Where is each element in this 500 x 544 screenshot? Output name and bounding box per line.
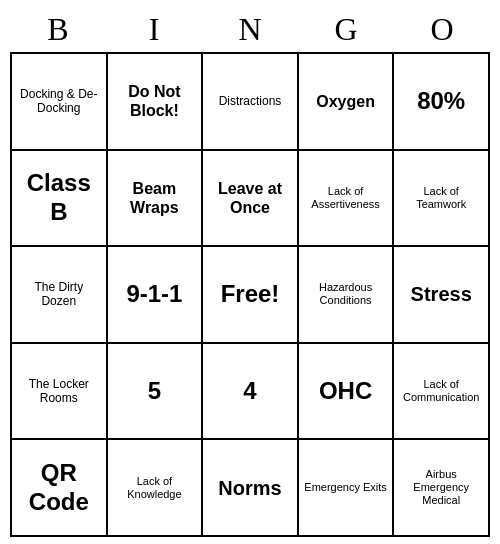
bingo-grid: Docking & De-DockingDo Not Block!Distrac… [10,52,490,537]
header-letter-O: O [398,11,486,48]
bingo-cell-21: Lack of Knowledge [108,440,204,537]
cell-text-17: 4 [207,377,293,406]
bingo-cell-18: OHC [299,344,395,441]
header-letter-N: N [206,11,294,48]
bingo-cell-6: Beam Wraps [108,151,204,248]
cell-text-16: 5 [112,377,198,406]
bingo-cell-12: Free! [203,247,299,344]
cell-text-12: Free! [207,280,293,309]
bingo-cell-2: Distractions [203,54,299,151]
bingo-cell-19: Lack of Communication [394,344,490,441]
bingo-cell-1: Do Not Block! [108,54,204,151]
cell-text-1: Do Not Block! [112,82,198,120]
cell-text-5: Class B [16,169,102,227]
bingo-cell-4: 80% [394,54,490,151]
header-letter-I: I [110,11,198,48]
cell-text-7: Leave at Once [207,179,293,217]
cell-text-9: Lack of Teamwork [398,185,484,211]
bingo-cell-22: Norms [203,440,299,537]
cell-text-4: 80% [398,87,484,116]
bingo-cell-16: 5 [108,344,204,441]
bingo-cell-5: Class B [12,151,108,248]
bingo-cell-11: 9-1-1 [108,247,204,344]
cell-text-8: Lack of Assertiveness [303,185,389,211]
bingo-cell-8: Lack of Assertiveness [299,151,395,248]
bingo-cell-0: Docking & De-Docking [12,54,108,151]
cell-text-20: QR Code [16,459,102,517]
bingo-cell-20: QR Code [12,440,108,537]
bingo-cell-14: Stress [394,247,490,344]
cell-text-2: Distractions [207,94,293,108]
bingo-cell-3: Oxygen [299,54,395,151]
bingo-cell-24: Airbus Emergency Medical [394,440,490,537]
cell-text-22: Norms [207,476,293,500]
cell-text-6: Beam Wraps [112,179,198,217]
cell-text-18: OHC [303,377,389,406]
cell-text-11: 9-1-1 [112,280,198,309]
bingo-cell-17: 4 [203,344,299,441]
bingo-cell-15: The Locker Rooms [12,344,108,441]
cell-text-19: Lack of Communication [398,378,484,404]
cell-text-24: Airbus Emergency Medical [398,468,484,508]
bingo-card: BINGO Docking & De-DockingDo Not Block!D… [10,7,490,537]
cell-text-21: Lack of Knowledge [112,475,198,501]
cell-text-13: Hazardous Conditions [303,281,389,307]
bingo-header: BINGO [10,7,490,52]
bingo-cell-10: The Dirty Dozen [12,247,108,344]
cell-text-3: Oxygen [303,92,389,111]
bingo-cell-23: Emergency Exits [299,440,395,537]
cell-text-15: The Locker Rooms [16,377,102,406]
cell-text-10: The Dirty Dozen [16,280,102,309]
cell-text-23: Emergency Exits [303,481,389,494]
header-letter-B: B [14,11,102,48]
bingo-cell-9: Lack of Teamwork [394,151,490,248]
cell-text-0: Docking & De-Docking [16,87,102,116]
cell-text-14: Stress [398,282,484,306]
bingo-cell-7: Leave at Once [203,151,299,248]
bingo-cell-13: Hazardous Conditions [299,247,395,344]
header-letter-G: G [302,11,390,48]
